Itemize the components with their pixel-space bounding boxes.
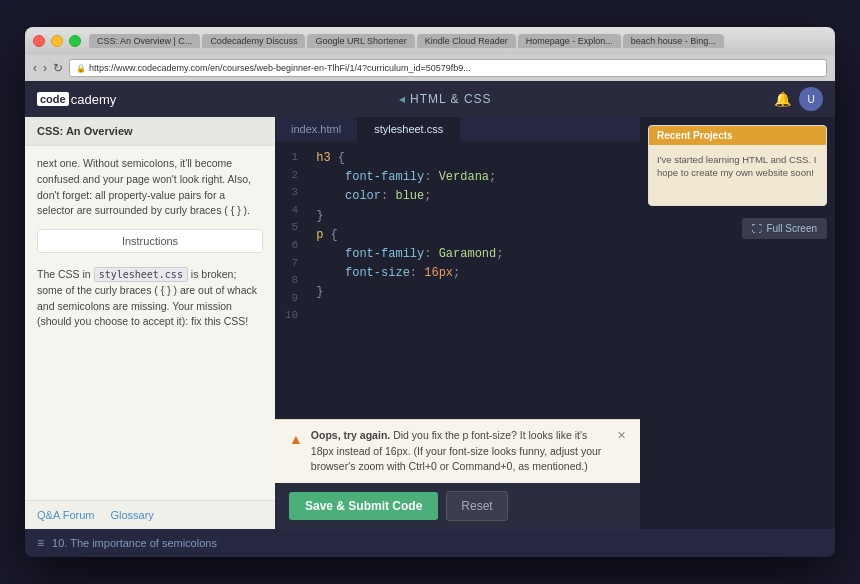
line-numbers: 1234 5678 910 bbox=[275, 149, 308, 411]
hamburger-menu[interactable]: ≡ bbox=[37, 536, 44, 550]
editor-tabs: index.html stylesheet.css bbox=[275, 117, 640, 141]
code-editor[interactable]: 1234 5678 910 h3 { font-family: Verdana;… bbox=[275, 141, 640, 419]
instructions-tab[interactable]: Instructions bbox=[37, 229, 263, 253]
browser-tab-3[interactable]: Google URL Shortener bbox=[307, 34, 414, 48]
fullscreen-label: Full Screen bbox=[766, 223, 817, 234]
browser-tab-5[interactable]: Homepage - Explon... bbox=[518, 34, 621, 48]
minimize-button[interactable] bbox=[51, 35, 63, 47]
warning-icon: ▲ bbox=[289, 429, 303, 450]
avatar[interactable]: U bbox=[799, 87, 823, 111]
save-submit-button[interactable]: Save & Submit Code bbox=[289, 492, 438, 520]
instructions-pre: The CSS in bbox=[37, 268, 91, 280]
left-panel: CSS: An Overview next one. Without semic… bbox=[25, 117, 275, 529]
fullscreen-button[interactable]: ⛶ Full Screen bbox=[742, 218, 827, 239]
action-bar: Save & Submit Code Reset bbox=[275, 483, 640, 529]
back-button[interactable]: ‹ bbox=[33, 61, 37, 75]
browser-tab-1[interactable]: CSS: An Overview | C... bbox=[89, 34, 200, 48]
browser-tabs: CSS: An Overview | C... Codecademy Discu… bbox=[89, 34, 827, 48]
right-spacer bbox=[640, 247, 835, 529]
close-button[interactable] bbox=[33, 35, 45, 47]
fullscreen-icon: ⛶ bbox=[752, 223, 762, 234]
header-icons: 🔔 U bbox=[774, 87, 823, 111]
main-content: CSS: An Overview next one. Without semic… bbox=[25, 117, 835, 529]
reset-button[interactable]: Reset bbox=[446, 491, 507, 521]
recent-projects-content: I've started learning HTML and CSS. I ho… bbox=[649, 145, 826, 205]
tab-stylesheet-css[interactable]: stylesheet.css bbox=[358, 117, 460, 141]
address-bar-row: ‹ › ↻ 🔒 https://www.codecademy.com/en/co… bbox=[25, 55, 835, 81]
app: code cademy ◂ HTML & CSS 🔔 U CSS: An Ove… bbox=[25, 81, 835, 557]
lesson-title: CSS: An Overview bbox=[25, 117, 275, 146]
feedback-bar: ▲ Oops, try again. Did you fix the p fon… bbox=[275, 419, 640, 483]
app-title: ◂ HTML & CSS bbox=[116, 92, 774, 106]
instructions-code-ref: stylesheet.css bbox=[94, 267, 188, 282]
traffic-lights bbox=[33, 35, 81, 47]
bottom-bar: ≡ 10. The importance of semicolons bbox=[25, 529, 835, 557]
logo: code cademy bbox=[37, 92, 116, 107]
lock-icon: 🔒 bbox=[76, 64, 86, 73]
address-bar[interactable]: 🔒 https://www.codecademy.com/en/courses/… bbox=[69, 59, 827, 77]
logo-academy: cademy bbox=[71, 92, 117, 107]
title-bar: CSS: An Overview | C... Codecademy Discu… bbox=[25, 27, 835, 55]
reload-button[interactable]: ↻ bbox=[53, 61, 63, 75]
code-content[interactable]: h3 { font-family: Verdana; color: blue; … bbox=[308, 149, 640, 411]
bell-icon[interactable]: 🔔 bbox=[774, 91, 791, 107]
instructions-content: The CSS in stylesheet.css is broken; som… bbox=[25, 259, 275, 500]
right-panel: Recent Projects I've started learning HT… bbox=[640, 117, 835, 529]
recent-projects-card: Recent Projects I've started learning HT… bbox=[648, 125, 827, 206]
browser-tab-2[interactable]: Codecademy Discuss bbox=[202, 34, 305, 48]
lesson-number: 10. The importance of semicolons bbox=[52, 537, 217, 549]
qa-forum-link[interactable]: Q&A Forum bbox=[37, 509, 94, 521]
maximize-button[interactable] bbox=[69, 35, 81, 47]
app-header: code cademy ◂ HTML & CSS 🔔 U bbox=[25, 81, 835, 117]
left-footer: Q&A Forum Glossary bbox=[25, 500, 275, 529]
browser-tab-6[interactable]: beach house - Bing... bbox=[623, 34, 724, 48]
browser-tab-4[interactable]: Kindle Cloud Reader bbox=[417, 34, 516, 48]
editor-panel: index.html stylesheet.css 1234 5678 910 … bbox=[275, 117, 640, 529]
feedback-message: Oops, try again. Did you fix the p font-… bbox=[311, 428, 609, 475]
tab-index-html[interactable]: index.html bbox=[275, 117, 358, 141]
forward-button[interactable]: › bbox=[43, 61, 47, 75]
lesson-text: next one. Without semicolons, it'll beco… bbox=[25, 146, 275, 229]
recent-projects-title: Recent Projects bbox=[649, 126, 826, 145]
address-text: https://www.codecademy.com/en/courses/we… bbox=[89, 63, 471, 73]
mac-window: CSS: An Overview | C... Codecademy Discu… bbox=[25, 27, 835, 557]
glossary-link[interactable]: Glossary bbox=[110, 509, 153, 521]
close-feedback-button[interactable]: ✕ bbox=[617, 428, 626, 444]
logo-code: code bbox=[37, 92, 69, 106]
